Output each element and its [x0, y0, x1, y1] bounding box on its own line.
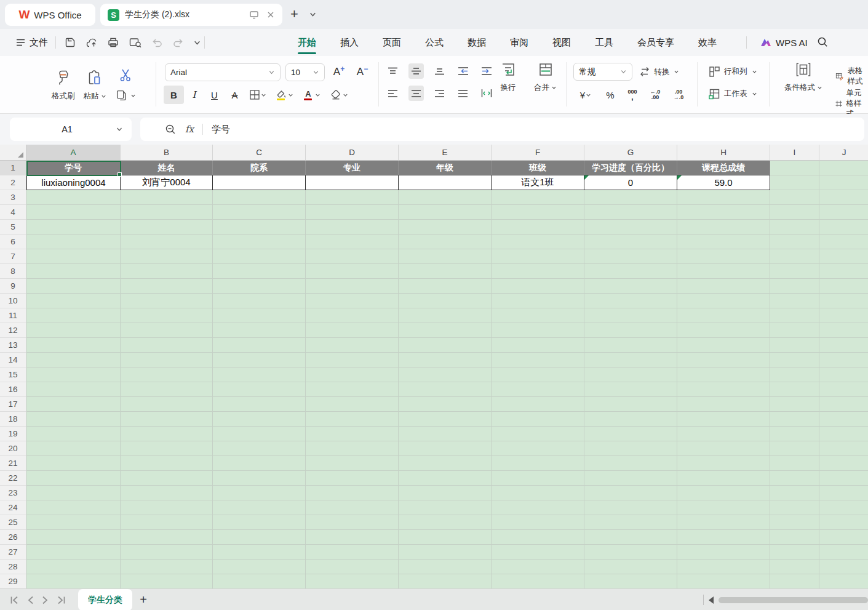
- cell-D15[interactable]: [306, 367, 399, 382]
- cell-I24[interactable]: [770, 500, 819, 515]
- menu-tab-插入[interactable]: 插入: [340, 29, 359, 56]
- cell-H17[interactable]: [677, 397, 770, 412]
- cell-H18[interactable]: [677, 412, 770, 427]
- cell-A11[interactable]: [26, 308, 121, 323]
- cell-F26[interactable]: [492, 530, 584, 545]
- cell-B23[interactable]: [121, 486, 213, 500]
- row-header-11[interactable]: 11: [0, 308, 26, 323]
- cell-F10[interactable]: [492, 294, 584, 308]
- align-center-button[interactable]: [408, 86, 424, 101]
- cell-D16[interactable]: [306, 382, 399, 397]
- cell-H1[interactable]: 课程总成绩: [677, 161, 770, 175]
- cell-F5[interactable]: [492, 220, 584, 235]
- cell-D17[interactable]: [306, 397, 399, 412]
- cell-J1[interactable]: [819, 161, 868, 175]
- cell-D3[interactable]: [306, 190, 399, 205]
- cell-J16[interactable]: [819, 382, 868, 397]
- cell-D18[interactable]: [306, 412, 399, 427]
- cell-F21[interactable]: [492, 456, 584, 471]
- menu-tab-工具[interactable]: 工具: [595, 29, 613, 56]
- cell-B18[interactable]: [121, 412, 213, 427]
- font-color-button[interactable]: A: [298, 86, 325, 104]
- cell-C16[interactable]: [213, 382, 306, 397]
- cell-F22[interactable]: [492, 471, 584, 486]
- cell-A24[interactable]: [26, 500, 121, 515]
- cell-J18[interactable]: [819, 412, 868, 427]
- cell-C3[interactable]: [213, 190, 306, 205]
- cell-I10[interactable]: [770, 294, 819, 308]
- row-header-25[interactable]: 25: [0, 515, 26, 530]
- cell-G24[interactable]: [584, 500, 677, 515]
- cell-A27[interactable]: [26, 545, 121, 560]
- window-mode-icon[interactable]: [249, 10, 259, 20]
- first-sheet-icon[interactable]: [10, 596, 19, 604]
- column-header-E[interactable]: E: [399, 145, 492, 161]
- cell-D21[interactable]: [306, 456, 399, 471]
- cell-H13[interactable]: [677, 338, 770, 353]
- cell-F4[interactable]: [492, 205, 584, 220]
- cell-B11[interactable]: [121, 308, 213, 323]
- cell-D1[interactable]: 专业: [306, 161, 399, 175]
- row-header-16[interactable]: 16: [0, 382, 26, 397]
- zoom-out-icon[interactable]: [165, 124, 177, 135]
- cell-H28[interactable]: [677, 560, 770, 574]
- cell-G13[interactable]: [584, 338, 677, 353]
- cell-C12[interactable]: [213, 323, 306, 338]
- cell-F13[interactable]: [492, 338, 584, 353]
- row-header-29[interactable]: 29: [0, 574, 26, 588]
- cell-G17[interactable]: [584, 397, 677, 412]
- percent-format-button[interactable]: %: [602, 86, 619, 104]
- cell-B3[interactable]: [121, 190, 213, 205]
- cell-H11[interactable]: [677, 308, 770, 323]
- currency-format-button[interactable]: ¥: [575, 86, 597, 104]
- cell-F15[interactable]: [492, 367, 584, 382]
- cell-F7[interactable]: [492, 249, 584, 264]
- save-icon[interactable]: [64, 36, 76, 49]
- cell-G15[interactable]: [584, 367, 677, 382]
- cell-C7[interactable]: [213, 249, 306, 264]
- cell-B27[interactable]: [121, 545, 213, 560]
- cell-A12[interactable]: [26, 323, 121, 338]
- decrease-indent-button[interactable]: [455, 63, 471, 79]
- row-header-12[interactable]: 12: [0, 323, 26, 338]
- copy-button[interactable]: [115, 89, 136, 102]
- cell-B20[interactable]: [121, 441, 213, 456]
- cell-G22[interactable]: [584, 471, 677, 486]
- cell-I16[interactable]: [770, 382, 819, 397]
- cell-D8[interactable]: [306, 264, 399, 279]
- cell-A25[interactable]: [26, 515, 121, 530]
- cell-D6[interactable]: [306, 235, 399, 249]
- cell-I18[interactable]: [770, 412, 819, 427]
- cell-J25[interactable]: [819, 515, 868, 530]
- redo-icon[interactable]: [172, 37, 184, 48]
- close-tab-icon[interactable]: [266, 10, 275, 19]
- row-header-24[interactable]: 24: [0, 500, 26, 515]
- cell-C18[interactable]: [213, 412, 306, 427]
- cell-D28[interactable]: [306, 560, 399, 574]
- cell-G12[interactable]: [584, 323, 677, 338]
- cell-I26[interactable]: [770, 530, 819, 545]
- cell-G28[interactable]: [584, 560, 677, 574]
- column-header-A[interactable]: A: [26, 145, 121, 161]
- cell-F9[interactable]: [492, 279, 584, 294]
- font-size-select[interactable]: 10: [285, 63, 325, 81]
- wps-home-button[interactable]: W WPS Office: [5, 4, 95, 26]
- cell-I20[interactable]: [770, 441, 819, 456]
- cell-G11[interactable]: [584, 308, 677, 323]
- cell-C8[interactable]: [213, 264, 306, 279]
- cell-J6[interactable]: [819, 235, 868, 249]
- cell-A29[interactable]: [26, 574, 121, 588]
- cell-F27[interactable]: [492, 545, 584, 560]
- cell-A22[interactable]: [26, 471, 121, 486]
- column-header-B[interactable]: B: [121, 145, 213, 161]
- cell-F18[interactable]: [492, 412, 584, 427]
- cell-I8[interactable]: [770, 264, 819, 279]
- row-header-17[interactable]: 17: [0, 397, 26, 412]
- cell-H8[interactable]: [677, 264, 770, 279]
- cell-A5[interactable]: [26, 220, 121, 235]
- cell-J14[interactable]: [819, 353, 868, 367]
- cell-I28[interactable]: [770, 560, 819, 574]
- thousands-separator-button[interactable]: 000 ,: [624, 89, 641, 100]
- cell-H23[interactable]: [677, 486, 770, 500]
- cell-E25[interactable]: [399, 515, 492, 530]
